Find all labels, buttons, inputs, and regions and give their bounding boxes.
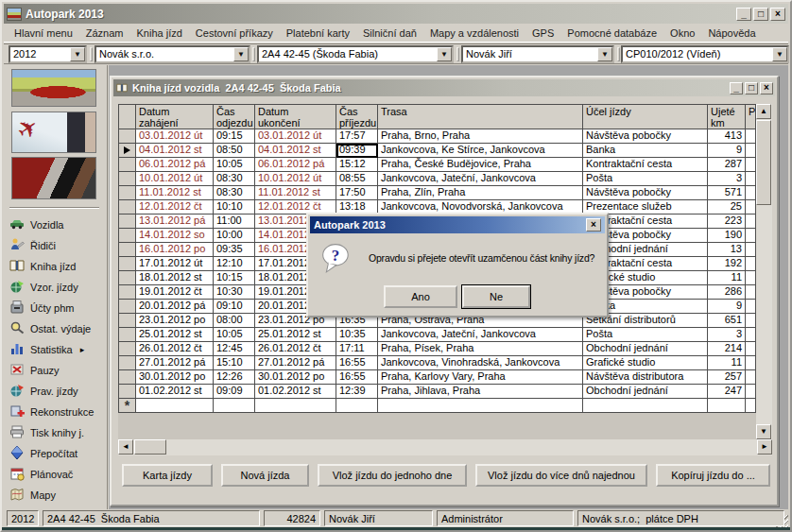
cell-d2[interactable]: 03.01.2012 út <box>255 129 336 144</box>
menu-item-hlavni-menu[interactable]: Hlavní menu <box>8 26 79 41</box>
cell-ucel[interactable]: Pošta <box>583 172 708 186</box>
cell-trasa[interactable] <box>378 399 583 413</box>
cell-ucel[interactable]: Návštěva pobočky <box>583 129 708 144</box>
cell-ucel[interactable]: Pošta <box>583 328 708 342</box>
cell-ucel[interactable]: Návštěva pobočky <box>583 186 708 200</box>
cell-ucel[interactable]: Banka <box>583 144 708 158</box>
button-vloz-jizdu-do-jednoho-dne[interactable]: Vlož jízdu do jednoho dne <box>318 464 467 487</box>
cell-extra[interactable] <box>746 257 756 271</box>
cell-ucel[interactable]: Obchodní jednání <box>583 342 708 356</box>
cell-km[interactable]: 651 <box>708 314 746 328</box>
cell-extra[interactable] <box>746 144 756 158</box>
horizontal-scroll-thumb[interactable] <box>134 439 166 455</box>
chevron-down-icon[interactable]: ▼ <box>597 47 612 61</box>
sidebar-item-vzor-jizdy[interactable]: Vzor. jízdy <box>9 277 107 298</box>
cell-d1[interactable]: 25.01.2012 st <box>136 328 214 342</box>
menu-item-zaznam[interactable]: Záznam <box>79 26 130 41</box>
sidebar-item-statistika[interactable]: Statistika▸ <box>9 339 107 360</box>
cell-extra[interactable] <box>746 158 756 172</box>
cell-d2[interactable]: 01.02.2012 st <box>255 385 336 399</box>
cell-d1[interactable]: 11.01.2012 st <box>136 186 214 200</box>
sidebar-item-ridici[interactable]: Řidiči <box>9 235 107 256</box>
row-selector[interactable] <box>118 328 136 342</box>
combo-vehicle[interactable]: 2A4 42-45 (Škoda Fabia)▼ <box>257 45 454 63</box>
combo-vehicle-value[interactable]: 2A4 42-45 (Škoda Fabia) <box>259 47 437 61</box>
row-selector[interactable] <box>118 385 136 399</box>
cell-trasa[interactable]: Praha, Jihlava, Praha <box>378 385 583 399</box>
cell-d1[interactable]: 23.01.2012 po <box>136 314 214 328</box>
combo-company[interactable]: Novák s.r.o.▼ <box>95 45 250 63</box>
sidebar-item-prav-jizdy[interactable]: Prav. jízdy <box>9 381 107 402</box>
cell-d1[interactable]: 13.01.2012 pá <box>136 215 214 229</box>
cell-km[interactable]: 11 <box>708 356 746 370</box>
cell-km[interactable]: 13 <box>708 243 746 257</box>
cell-t1[interactable]: 08:30 <box>214 186 255 200</box>
cell-t1[interactable]: 10:05 <box>214 328 255 342</box>
cell-d2[interactable]: 06.01.2012 pá <box>255 158 336 172</box>
cell-t1[interactable]: 08:50 <box>214 144 255 158</box>
cell-t1[interactable]: 08:00 <box>214 314 255 328</box>
menu-item-cestovni-prikazy[interactable]: Cestovní příkazy <box>189 26 280 41</box>
cell-t1[interactable] <box>214 399 255 413</box>
cell-extra[interactable] <box>746 229 756 243</box>
cell-extra[interactable] <box>746 342 756 356</box>
button-kopiruj-jizdu-do[interactable]: Kopíruj jízdu do ... <box>656 464 770 487</box>
cell-trasa[interactable]: Praha, Karlovy Vary, Praha <box>378 370 583 385</box>
cell-t1[interactable]: 10:10 <box>214 200 255 215</box>
cell-t1[interactable]: 12:26 <box>214 370 255 385</box>
row-selector[interactable] <box>118 243 136 257</box>
column-header-extra[interactable]: P <box>746 104 756 129</box>
cell-t2[interactable]: 09:39 <box>336 144 378 158</box>
cell-t1[interactable]: 10:00 <box>214 229 255 243</box>
cell-t1[interactable]: 09:15 <box>214 129 255 144</box>
cell-d1[interactable]: 27.01.2012 pá <box>136 356 214 370</box>
cell-d1[interactable]: 10.01.2012 út <box>136 172 214 186</box>
menu-item-napoveda[interactable]: Nápověda <box>701 26 762 41</box>
cell-km[interactable]: 247 <box>708 385 746 399</box>
cell-km[interactable]: 571 <box>708 186 746 200</box>
cell-extra[interactable] <box>746 215 756 229</box>
logbook-close-icon[interactable]: × <box>760 82 773 94</box>
cell-extra[interactable] <box>746 172 756 186</box>
chevron-down-icon[interactable]: ▼ <box>772 47 787 61</box>
cell-d1[interactable]: 16.01.2012 po <box>136 243 214 257</box>
cell-km[interactable]: 3 <box>708 328 746 342</box>
menu-item-platebni-karty[interactable]: Platební karty <box>280 26 356 41</box>
cell-t2[interactable]: 10:35 <box>336 328 378 342</box>
cell-d1[interactable]: 19.01.2012 čt <box>136 285 214 300</box>
cell-d2[interactable]: 26.01.2012 čt <box>255 342 336 356</box>
cell-d1[interactable]: 18.01.2012 st <box>136 271 214 285</box>
cell-d2[interactable]: 30.01.2012 po <box>255 370 336 385</box>
combo-driver-value[interactable]: Novák Jiří <box>463 47 597 61</box>
cell-t2[interactable]: 16:55 <box>336 356 378 370</box>
column-header-ucel[interactable]: Účel jízdy <box>583 104 708 129</box>
menu-item-gps[interactable]: GPS <box>525 26 560 41</box>
vertical-scroll-thumb[interactable] <box>756 120 771 205</box>
cell-t1[interactable]: 09:35 <box>214 243 255 257</box>
sidebar-item-planovac[interactable]: Plánovač <box>9 464 107 485</box>
row-selector[interactable] <box>118 229 136 243</box>
row-selector[interactable] <box>118 370 136 385</box>
sidebar-item-vozidla[interactable]: Vozidla <box>9 215 107 235</box>
cell-t1[interactable]: 09:09 <box>214 385 255 399</box>
cell-extra[interactable] <box>746 285 756 300</box>
cell-t2[interactable]: 08:55 <box>336 172 378 186</box>
cell-extra[interactable] <box>746 300 756 314</box>
sidebar-item-mapy[interactable]: Mapy <box>9 485 107 506</box>
cell-t2[interactable]: 15:12 <box>336 158 378 172</box>
cell-extra[interactable] <box>746 399 756 413</box>
cell-d1[interactable]: 03.01.2012 út <box>136 129 214 144</box>
cell-t1[interactable]: 10:05 <box>214 158 255 172</box>
combo-year[interactable]: 2012▼ <box>9 45 87 63</box>
cell-km[interactable]: 214 <box>708 342 746 356</box>
cell-extra[interactable] <box>746 314 756 328</box>
row-selector[interactable] <box>118 285 136 300</box>
cell-t2[interactable]: 17:57 <box>336 129 378 144</box>
cell-t2[interactable]: 12:39 <box>336 385 378 399</box>
cell-km[interactable]: 287 <box>708 158 746 172</box>
cell-t2[interactable]: 17:50 <box>336 186 378 200</box>
column-header-t1[interactable]: Čas odjezdu <box>214 104 255 129</box>
menu-item-pomocne-databaze[interactable]: Pomocné databáze <box>560 26 663 41</box>
cell-t1[interactable]: 11:00 <box>214 215 255 229</box>
cell-extra[interactable] <box>746 356 756 370</box>
